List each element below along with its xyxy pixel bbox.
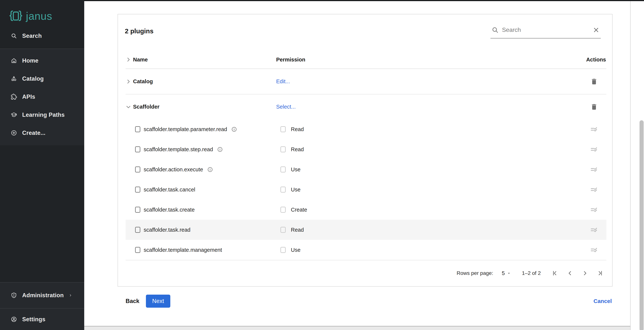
policy-checkbox[interactable] bbox=[280, 227, 286, 233]
conditional-access-icon[interactable] bbox=[590, 166, 598, 173]
search-field bbox=[490, 22, 601, 38]
sidebar-item-label: APIs bbox=[22, 93, 35, 100]
permission-name: scaffolder.task.create bbox=[144, 207, 195, 213]
permission-checkbox[interactable] bbox=[135, 187, 140, 193]
previous-page-icon[interactable] bbox=[566, 270, 573, 277]
scrollbar-thumb[interactable] bbox=[640, 120, 644, 330]
sidebar-item-apis[interactable]: APIs bbox=[0, 88, 84, 106]
conditional-access-icon[interactable] bbox=[590, 186, 598, 193]
conditional-access-icon[interactable] bbox=[590, 246, 598, 254]
policy-checkbox[interactable] bbox=[280, 207, 286, 213]
delete-icon[interactable] bbox=[590, 78, 598, 85]
info-icon[interactable] bbox=[231, 126, 237, 132]
permission-checkbox[interactable] bbox=[135, 166, 140, 172]
sidebar-settings-section: Settings bbox=[0, 309, 84, 330]
sidebar-item-learning-paths[interactable]: Learning Paths bbox=[0, 106, 84, 124]
puzzle-icon bbox=[11, 94, 17, 100]
select-permissions-link[interactable]: Select... bbox=[276, 104, 296, 110]
conditional-access-icon[interactable] bbox=[590, 125, 598, 133]
search-icon bbox=[11, 33, 17, 39]
plugins-table: Name Permission Actions Catalog Edit... bbox=[126, 51, 606, 286]
permission-name: scaffolder.template.step.read bbox=[144, 146, 213, 153]
policy-checkbox[interactable] bbox=[280, 187, 286, 193]
search-input[interactable] bbox=[502, 26, 589, 33]
policy-label: Use bbox=[291, 187, 300, 193]
policy-label: Create bbox=[291, 207, 307, 213]
sidebar-item-settings[interactable]: Settings bbox=[0, 316, 46, 323]
page-background bbox=[84, 327, 644, 330]
sidebar-nav: Home Catalog APIs bbox=[0, 49, 84, 145]
policy-label: Read bbox=[291, 126, 304, 132]
expand-row-chevron-icon[interactable] bbox=[126, 79, 131, 84]
plugin-name: Scaffolder bbox=[133, 104, 160, 110]
clear-search-icon[interactable] bbox=[592, 26, 600, 33]
pager-controls bbox=[551, 270, 604, 277]
policy-label: Read bbox=[291, 227, 304, 233]
policy-checkbox[interactable] bbox=[280, 146, 286, 152]
rows-per-page-label: Rows per page: bbox=[457, 270, 493, 276]
edit-permissions-link[interactable]: Edit... bbox=[276, 78, 290, 84]
sidebar-item-home[interactable]: Home bbox=[0, 51, 84, 70]
permission-row: scaffolder.template.management Use bbox=[126, 240, 606, 260]
permission-name: scaffolder.template.management bbox=[144, 247, 222, 253]
policy-checkbox[interactable] bbox=[280, 166, 286, 172]
catalog-shapes-icon bbox=[11, 76, 17, 82]
back-button[interactable]: Back bbox=[122, 295, 144, 308]
sidebar-item-administration[interactable]: Administration bbox=[0, 292, 84, 299]
sidebar-item-label: Search bbox=[22, 32, 42, 39]
permission-row: scaffolder.action.execute Use bbox=[126, 159, 606, 180]
app-root: janus Search Home bbox=[0, 0, 644, 330]
sidebar-item-label: Administration bbox=[22, 292, 64, 299]
permission-checkbox[interactable] bbox=[135, 207, 140, 213]
scrollbar-track[interactable] bbox=[630, 1, 644, 330]
permission-name: scaffolder.task.cancel bbox=[144, 187, 195, 193]
conditional-access-icon[interactable] bbox=[590, 206, 598, 213]
logo-text: janus bbox=[26, 10, 52, 22]
info-icon[interactable] bbox=[217, 147, 223, 152]
plus-circle-icon bbox=[11, 130, 17, 136]
permission-checkbox[interactable] bbox=[135, 146, 140, 152]
conditional-access-icon[interactable] bbox=[590, 146, 598, 153]
sidebar-item-label: Catalog bbox=[22, 75, 44, 82]
permission-name: scaffolder.task.read bbox=[144, 227, 190, 233]
permission-checkbox[interactable] bbox=[135, 227, 140, 233]
search-icon bbox=[492, 26, 499, 33]
conditional-access-icon[interactable] bbox=[590, 226, 598, 234]
next-button[interactable]: Next bbox=[146, 295, 170, 308]
policy-checkbox[interactable] bbox=[280, 126, 286, 132]
sidebar: janus Search Home bbox=[0, 0, 84, 330]
expand-all-chevron-icon[interactable] bbox=[126, 57, 131, 62]
sidebar-item-search[interactable]: Search bbox=[0, 28, 84, 44]
plugin-row-scaffolder: Scaffolder Select... bbox=[126, 94, 606, 119]
permission-row-highlighted: scaffolder.task.read Read bbox=[126, 220, 606, 240]
cancel-link[interactable]: Cancel bbox=[594, 295, 612, 308]
delete-icon[interactable] bbox=[590, 103, 598, 111]
policy-label: Use bbox=[291, 247, 300, 253]
plugins-card: 2 plugins Name bbox=[118, 14, 612, 287]
sidebar-item-create[interactable]: Create... bbox=[0, 124, 84, 142]
chevron-right-icon bbox=[69, 293, 72, 298]
shield-exclamation-icon bbox=[11, 292, 17, 299]
caret-down-icon bbox=[507, 271, 511, 276]
page-title: 2 plugins bbox=[125, 27, 154, 35]
permission-checkbox[interactable] bbox=[135, 126, 140, 132]
user-circle-icon bbox=[11, 316, 17, 322]
column-header-name: Name bbox=[133, 57, 148, 63]
permission-checkbox[interactable] bbox=[135, 247, 140, 253]
rows-per-page-select[interactable]: 5 bbox=[502, 270, 511, 276]
rows-per-page-value: 5 bbox=[502, 270, 505, 276]
next-page-icon[interactable] bbox=[582, 270, 588, 277]
permission-row: scaffolder.template.parameter.read Read bbox=[126, 119, 606, 139]
policy-label: Read bbox=[291, 146, 304, 153]
collapse-row-chevron-icon[interactable] bbox=[126, 104, 131, 110]
last-page-icon[interactable] bbox=[597, 270, 604, 277]
first-page-icon[interactable] bbox=[551, 270, 558, 277]
policy-checkbox[interactable] bbox=[280, 247, 286, 253]
pagination-range-label: 1–2 of 2 bbox=[522, 270, 541, 276]
sidebar-item-label: Learning Paths bbox=[22, 112, 65, 118]
logo[interactable]: janus bbox=[9, 9, 52, 23]
info-icon[interactable] bbox=[207, 167, 213, 172]
sidebar-item-catalog[interactable]: Catalog bbox=[0, 70, 84, 88]
permission-row: scaffolder.task.create Create bbox=[126, 200, 606, 220]
policy-label: Use bbox=[291, 166, 300, 173]
